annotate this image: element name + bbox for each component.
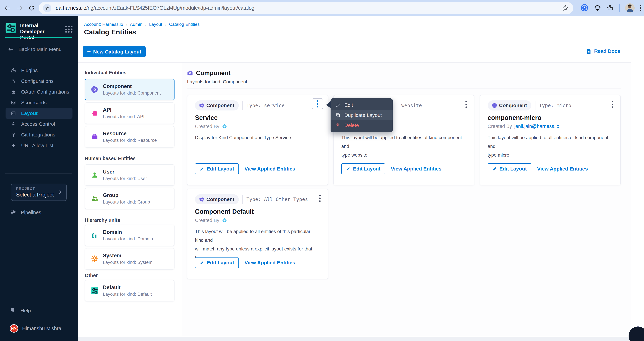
component-chip-icon: [199, 103, 204, 108]
component-chip-icon: [199, 197, 204, 202]
breadcrumb-account[interactable]: Account: Harness.io: [84, 22, 123, 27]
entity-item-system[interactable]: SystemLayouts for kind: System: [85, 248, 174, 270]
user-name: Himanshu Mishra: [22, 326, 61, 331]
onepassword-extension-icon[interactable]: [580, 4, 588, 12]
sidebar-item-git-integrations[interactable]: Git Integrations: [0, 129, 78, 140]
card-menu-button[interactable]: [612, 101, 613, 108]
kind-title: Component: [196, 70, 230, 77]
breadcrumb-admin[interactable]: Admin: [130, 22, 142, 27]
layout-card-service: Component Type: service Service Created …: [187, 95, 328, 185]
entity-item-user[interactable]: UserLayouts for kind: User: [85, 164, 174, 186]
browser-menu-icon[interactable]: [640, 5, 641, 11]
divider: [242, 101, 243, 110]
creator-email-link[interactable]: jenil.jain@harness.io: [514, 124, 559, 129]
site-settings-icon[interactable]: [43, 4, 51, 12]
back-to-main-menu[interactable]: Back to Main Menu: [8, 46, 62, 53]
corner-fab[interactable]: [628, 327, 644, 341]
breadcrumb: Account: Harness.io › Admin › Layout › C…: [84, 22, 200, 27]
created-by: Created By: [195, 217, 227, 223]
menu-item-edit[interactable]: Edit: [330, 100, 393, 110]
pencil-icon: [492, 166, 497, 171]
pencil-icon: [335, 102, 341, 108]
new-catalog-layout-button[interactable]: + New Catalog Layout: [83, 46, 146, 57]
sidebar-item-plugins[interactable]: Plugins: [0, 65, 78, 76]
layouts-panel: Component Layouts for kind: Component Co…: [182, 62, 631, 337]
component-chip-icon: [91, 86, 98, 93]
card-menu-button[interactable]: [466, 101, 467, 108]
entity-item-component[interactable]: ComponentLayouts for kind: Component: [85, 79, 174, 100]
component-chip-icon: [492, 103, 497, 108]
main-area: Account: Harness.io › Admin › Layout › C…: [78, 16, 644, 341]
card-menu-button[interactable]: [319, 195, 321, 202]
extensions-puzzle-icon[interactable]: [607, 4, 614, 12]
sidebar-item-scorecards[interactable]: Scorecards: [0, 97, 78, 108]
sidebar-accent-divider: [5, 37, 72, 38]
menu-item-duplicate-layout[interactable]: Duplicate Layout: [330, 110, 393, 120]
popover-arrow: [326, 101, 331, 108]
divider: [535, 101, 536, 110]
harness-user-icon: [222, 217, 227, 223]
duplicate-icon: [335, 112, 341, 118]
browser-refresh-icon[interactable]: [28, 4, 36, 12]
sidebar-item-oauth-configurations[interactable]: OAuth Configurations: [0, 86, 78, 97]
page-title: Catalog Entities: [84, 28, 136, 36]
view-applied-entities-link[interactable]: View Applied Entities: [537, 166, 588, 172]
lock-icon: [10, 89, 16, 95]
edit-layout-button[interactable]: Edit Layout: [195, 163, 239, 174]
created-by: Created By jenil.jain@harness.io: [488, 124, 559, 129]
entity-item-domain[interactable]: DomainLayouts for kind: Domain: [85, 225, 174, 246]
view-applied-entities-link[interactable]: View Applied Entities: [244, 260, 295, 266]
browser-back-icon[interactable]: [4, 4, 12, 12]
entity-item-group[interactable]: GroupLayouts for kind: Group: [85, 188, 174, 209]
sidebar-item-access-control[interactable]: Access Control: [0, 119, 78, 129]
section-heading: Human based Entities: [85, 156, 136, 161]
url-bar[interactable]: qa.harness.io/ng/account/zEaak-FLS425IEO…: [38, 2, 573, 14]
breadcrumb-catalog-entities[interactable]: Catalog Entities: [169, 22, 200, 27]
card-context-menu: Edit Duplicate Layout Delete: [330, 98, 393, 132]
sidebar-item-url-allow-list[interactable]: URL Allow List: [0, 140, 78, 151]
browser-profile-avatar[interactable]: [625, 3, 634, 13]
layout-icon: [10, 110, 16, 116]
extension-spinner-icon[interactable]: [594, 4, 602, 12]
project-selector[interactable]: PROJECT Select a Project: [11, 184, 66, 201]
pencil-icon: [200, 166, 204, 171]
pencil-icon: [200, 260, 204, 265]
layout-card-component-default: Component Type: All Other Types Componen…: [187, 189, 328, 279]
sidebar-item-pipelines[interactable]: Pipelines: [10, 208, 41, 217]
layout-description: This layout will be applied to all entit…: [195, 227, 316, 262]
screen: qa.harness.io/ng/account/zEaak-FLS425IEO…: [0, 0, 644, 341]
entity-item-default[interactable]: DefaultLayouts for kind: Default: [85, 280, 174, 302]
read-docs-link[interactable]: Read Docs: [586, 48, 620, 54]
page-footer-strip: [78, 337, 631, 341]
breadcrumb-layout[interactable]: Layout: [149, 22, 162, 27]
svg-text:?: ?: [12, 308, 14, 311]
view-applied-entities-link[interactable]: View Applied Entities: [391, 166, 442, 172]
system-gear-icon: [91, 255, 98, 263]
menu-item-delete[interactable]: Delete: [330, 120, 393, 130]
layout-description: This layout will be applied to all entit…: [341, 133, 462, 159]
sidebar-item-help[interactable]: ? Help: [10, 307, 31, 315]
card-menu-button[interactable]: [312, 98, 323, 109]
user-menu[interactable]: HM Himanshu Mishra: [10, 324, 61, 333]
sidebar-item-configurations[interactable]: Configurations: [0, 76, 78, 86]
docs-icon: [586, 48, 592, 54]
section-heading: Hierarchy units: [85, 217, 120, 223]
edit-layout-button[interactable]: Edit Layout: [488, 163, 532, 174]
layout-title: component-micro: [488, 114, 542, 121]
user-avatar[interactable]: HM: [10, 324, 18, 333]
divider: [78, 41, 644, 41]
entity-item-resource[interactable]: ResourceLayouts for kind: Resource: [85, 126, 174, 148]
view-applied-entities-link[interactable]: View Applied Entities: [244, 166, 295, 172]
divider: [242, 195, 243, 204]
browser-forward-icon[interactable]: [16, 4, 24, 12]
sidebar-item-layout[interactable]: Layout: [6, 108, 72, 119]
entity-item-api[interactable]: APILayouts for kind: API: [85, 102, 174, 124]
edit-layout-button[interactable]: Edit Layout: [195, 257, 239, 268]
user-icon: [91, 171, 98, 179]
edit-layout-button[interactable]: Edit Layout: [341, 163, 385, 174]
pencil-icon: [346, 166, 351, 171]
arrow-left-icon: [8, 46, 14, 53]
module-grid-icon[interactable]: [65, 26, 73, 33]
url-text[interactable]: qa.harness.io/ng/account/zEaak-FLS425IEO…: [56, 5, 254, 11]
bookmark-star-icon[interactable]: [562, 4, 569, 12]
